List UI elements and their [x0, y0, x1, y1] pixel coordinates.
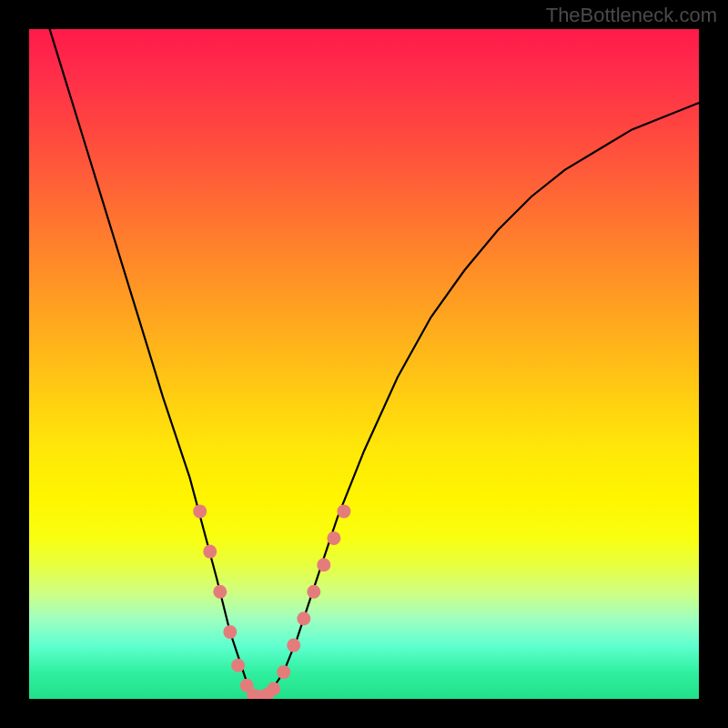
data-marker — [307, 585, 320, 599]
data-marker — [231, 659, 245, 672]
data-marker — [223, 625, 237, 639]
chart-frame: TheBottleneck.com — [0, 0, 728, 728]
curve-left-segment — [29, 29, 257, 699]
data-marker — [193, 504, 207, 518]
curve-layer — [29, 29, 699, 699]
data-markers-group — [193, 504, 350, 699]
watermark-text: TheBottleneck.com — [546, 4, 717, 27]
data-marker — [327, 531, 340, 545]
data-marker — [267, 682, 280, 696]
data-marker — [337, 504, 350, 518]
data-marker — [317, 558, 330, 571]
data-marker — [277, 665, 290, 679]
data-marker — [203, 545, 217, 559]
data-marker — [213, 585, 227, 599]
data-marker — [287, 639, 300, 652]
data-marker — [297, 612, 310, 625]
plot-area — [29, 29, 699, 699]
curve-right-segment — [257, 103, 699, 699]
